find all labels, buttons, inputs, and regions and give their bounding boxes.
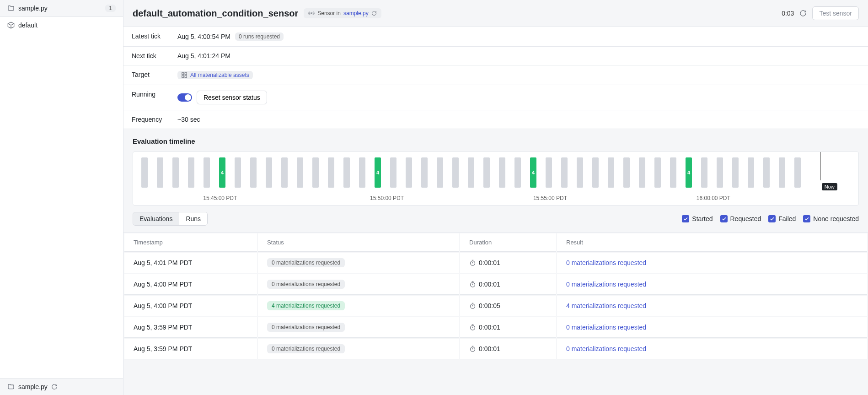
target-pill[interactable]: All materializable assets: [177, 71, 253, 79]
timeline-bar[interactable]: [188, 157, 194, 188]
timeline-bar[interactable]: [717, 157, 723, 188]
table-row[interactable]: Aug 5, 3:59 PM PDT0 materializations req…: [124, 317, 867, 338]
filter-started[interactable]: Started: [682, 215, 713, 222]
next-tick-value: Aug 5, 4:01:24 PM: [177, 52, 230, 60]
page-title: default_automation_condition_sensor: [133, 8, 298, 19]
table-row[interactable]: Aug 5, 4:00 PM PDT0 materializations req…: [124, 274, 867, 295]
timeline-bar[interactable]: [577, 157, 583, 188]
timeline-bar[interactable]: [763, 157, 770, 188]
evaluation-timeline[interactable]: 4444 Now: [133, 152, 858, 192]
timeline-bar[interactable]: 4: [686, 157, 692, 188]
timeline-bar[interactable]: [250, 157, 257, 188]
timeline-bar[interactable]: [297, 157, 303, 188]
timeline-bar[interactable]: [779, 157, 785, 188]
timeline-bar[interactable]: [266, 157, 272, 188]
sidebar-item-samplepy[interactable]: sample.py 1: [0, 0, 123, 16]
timeline-tick: 16:00:00 PDT: [697, 195, 730, 201]
cell-status: 4 materializations requested: [258, 296, 459, 316]
result-link[interactable]: 4 materializations requested: [566, 302, 646, 309]
timeline-title: Evaluation timeline: [133, 137, 859, 145]
cell-duration: 0:00:01: [460, 274, 556, 295]
timeline-bar[interactable]: [406, 157, 412, 188]
row-target: Target All materializable assets: [123, 65, 868, 85]
result-link[interactable]: 0 materializations requested: [566, 259, 646, 266]
checkbox-icon: [720, 215, 728, 222]
cell-timestamp: Aug 5, 3:59 PM PDT: [124, 339, 257, 359]
evaluations-table: Timestamp Status Duration Result Aug 5, …: [123, 232, 868, 360]
timeline-bar[interactable]: [608, 157, 614, 188]
header: default_automation_condition_sensor Sens…: [123, 0, 868, 27]
table-row[interactable]: Aug 5, 4:01 PM PDT0 materializations req…: [124, 253, 867, 273]
timeline-bar[interactable]: [654, 157, 661, 188]
timeline-bar[interactable]: [204, 157, 210, 188]
timeline-bar[interactable]: [312, 157, 319, 188]
cell-duration: 0:00:01: [460, 317, 556, 338]
timeline-bar[interactable]: [592, 157, 599, 188]
test-sensor-button[interactable]: Test sensor: [812, 6, 859, 20]
refresh-icon[interactable]: [51, 384, 58, 390]
now-label: Now: [822, 183, 837, 190]
timeline-bar[interactable]: [343, 157, 350, 188]
timeline-bar[interactable]: [546, 157, 552, 188]
timeline-bar[interactable]: [328, 157, 334, 188]
cell-result: 0 materializations requested: [557, 317, 867, 338]
timeline-bar[interactable]: [639, 157, 645, 188]
cell-duration: 0:00:05: [460, 296, 556, 316]
open-icon[interactable]: [371, 11, 377, 16]
timeline-bar[interactable]: [421, 157, 428, 188]
col-status: Status: [258, 233, 459, 252]
timeline-bar[interactable]: [437, 157, 443, 188]
timeline-bar[interactable]: [141, 157, 148, 188]
cell-status: 0 materializations requested: [258, 253, 459, 273]
timeline-bar[interactable]: 4: [375, 157, 381, 188]
timeline-bar[interactable]: 4: [530, 157, 536, 188]
timeline-bar[interactable]: [468, 157, 474, 188]
refresh-icon[interactable]: [799, 10, 807, 17]
timeline-axis: 15:45:00 PDT15:50:00 PDT15:55:00 PDT16:0…: [133, 192, 858, 205]
cell-result: 0 materializations requested: [557, 274, 867, 295]
timeline-bar[interactable]: [390, 157, 396, 188]
result-link[interactable]: 0 materializations requested: [566, 281, 646, 288]
stopwatch-icon: [469, 324, 476, 331]
timeline-bar[interactable]: [561, 157, 568, 188]
timeline-bar[interactable]: [748, 157, 754, 188]
row-frequency: Frequency ~30 sec: [123, 110, 868, 129]
table-row[interactable]: Aug 5, 3:59 PM PDT0 materializations req…: [124, 339, 867, 359]
sidebar-item-default[interactable]: default: [0, 16, 123, 33]
timeline-bar[interactable]: [483, 157, 490, 188]
result-link[interactable]: 0 materializations requested: [566, 324, 646, 331]
result-link[interactable]: 0 materializations requested: [566, 345, 646, 352]
cell-status: 0 materializations requested: [258, 274, 459, 295]
cell-timestamp: Aug 5, 4:00 PM PDT: [124, 274, 257, 295]
details-label: Latest tick: [123, 27, 169, 46]
timeline-bar[interactable]: [732, 157, 739, 188]
timeline-bar[interactable]: [359, 157, 365, 188]
timeline-bar[interactable]: [701, 157, 707, 188]
timeline-bar[interactable]: [452, 157, 459, 188]
timeline-bar[interactable]: [670, 157, 676, 188]
details-label: Running: [123, 85, 169, 110]
tab-evaluations[interactable]: Evaluations: [133, 212, 179, 225]
table-row[interactable]: Aug 5, 4:00 PM PDT4 materializations req…: [124, 296, 867, 316]
filter-none-requested[interactable]: None requested: [803, 215, 859, 222]
reset-sensor-button[interactable]: Reset sensor status: [197, 91, 267, 104]
timeline-bar[interactable]: [172, 157, 179, 188]
filter-failed[interactable]: Failed: [768, 215, 796, 222]
timeline-bar[interactable]: [281, 157, 288, 188]
timeline-bar[interactable]: [514, 157, 521, 188]
filter-requested[interactable]: Requested: [720, 215, 761, 222]
running-toggle[interactable]: [177, 93, 192, 102]
timeline-bar[interactable]: [794, 157, 801, 188]
timeline-bar[interactable]: [157, 157, 163, 188]
tag-link[interactable]: sample.py: [343, 10, 369, 16]
now-line: [820, 152, 820, 180]
timeline-bar[interactable]: 4: [219, 157, 225, 188]
svg-point-0: [311, 13, 312, 14]
timeline-bar[interactable]: [235, 157, 241, 188]
col-timestamp: Timestamp: [124, 233, 257, 252]
cell-timestamp: Aug 5, 3:59 PM PDT: [124, 317, 257, 338]
sensor-icon: [308, 10, 315, 16]
timeline-bar[interactable]: [623, 157, 630, 188]
tab-runs[interactable]: Runs: [179, 212, 207, 225]
timeline-bar[interactable]: [499, 157, 505, 188]
